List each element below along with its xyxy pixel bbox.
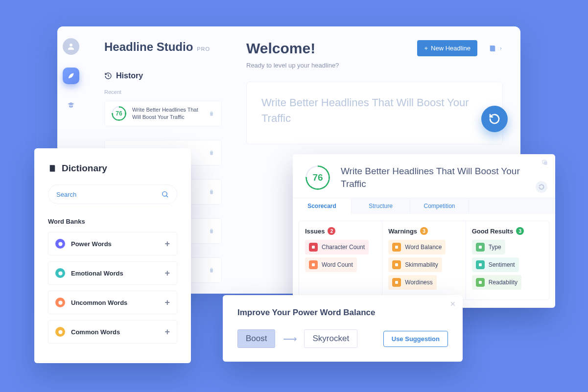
copy-icon[interactable] bbox=[541, 159, 548, 166]
search-icon bbox=[161, 190, 169, 198]
word-bank-label: Power Words bbox=[71, 240, 112, 248]
book-icon bbox=[488, 44, 497, 53]
refresh-icon bbox=[489, 113, 500, 125]
warnings-column: Warnings 3 Word BalanceSkimmabilityWordi… bbox=[382, 221, 465, 300]
word-bank-item[interactable]: Power Words+ bbox=[48, 232, 177, 255]
scorecard-score: 76 bbox=[306, 165, 330, 190]
result-chip[interactable]: Word Count bbox=[305, 257, 357, 272]
chip-label: Character Count bbox=[322, 244, 365, 251]
svg-point-4 bbox=[58, 271, 62, 275]
word-bank-icon bbox=[55, 239, 65, 249]
chip-label: Sentiment bbox=[489, 261, 515, 268]
issues-heading: Issues 2 bbox=[305, 227, 376, 235]
refresh-button[interactable] bbox=[481, 106, 508, 132]
trash-icon[interactable] bbox=[209, 267, 214, 273]
chip-label: Word Count bbox=[322, 261, 353, 268]
word-bank-item[interactable]: Emotional Words+ bbox=[48, 261, 177, 285]
search-input[interactable] bbox=[56, 191, 161, 198]
user-icon bbox=[67, 42, 75, 51]
svg-rect-7 bbox=[544, 161, 547, 165]
search-field[interactable] bbox=[48, 184, 177, 204]
trash-icon[interactable] bbox=[209, 228, 214, 234]
svg-rect-9 bbox=[312, 246, 315, 249]
chip-icon bbox=[392, 260, 401, 269]
history-item[interactable]: 76 Write Better Headlines That Will Boos… bbox=[104, 101, 222, 126]
svg-rect-14 bbox=[479, 246, 482, 249]
chip-icon bbox=[309, 260, 318, 269]
word-bank-label: Uncommon Words bbox=[71, 299, 127, 306]
chip-icon bbox=[392, 278, 401, 287]
trash-icon[interactable] bbox=[209, 150, 214, 156]
chip-label: Wordiness bbox=[405, 279, 432, 286]
chip-icon bbox=[476, 278, 485, 287]
dictionary-title: Dictionary bbox=[62, 163, 107, 174]
use-suggestion-button[interactable]: Use Suggestion bbox=[383, 331, 448, 347]
good-heading: Good Results 3 bbox=[472, 227, 543, 235]
nav-write[interactable] bbox=[63, 68, 79, 84]
suggestion-row: Boost ⟶ Skyrocket Use Suggestion bbox=[237, 329, 448, 348]
issues-column: Issues 2 Character CountWord Count bbox=[299, 221, 382, 300]
chip-icon bbox=[309, 243, 318, 252]
result-chip[interactable]: Word Balance bbox=[388, 240, 446, 254]
close-icon[interactable]: ✕ bbox=[450, 300, 456, 308]
chevron-right-icon bbox=[499, 46, 503, 51]
result-chip[interactable]: Character Count bbox=[305, 240, 369, 254]
avatar[interactable] bbox=[63, 38, 79, 55]
new-headline-button[interactable]: + New Headline bbox=[417, 40, 477, 56]
headline-text: Write Better Headlines That Will Boost Y… bbox=[261, 95, 488, 126]
nav-learn[interactable] bbox=[63, 97, 79, 114]
recent-label: Recent bbox=[104, 89, 222, 95]
tab-competition[interactable]: Competition bbox=[410, 198, 469, 214]
book-icon bbox=[48, 164, 57, 173]
issues-count: 2 bbox=[328, 227, 335, 235]
word-bank-icon bbox=[55, 327, 65, 337]
plus-icon: + bbox=[424, 45, 428, 52]
svg-line-2 bbox=[166, 196, 168, 197]
welcome-subtitle: Ready to level up your headline? bbox=[246, 62, 503, 69]
word-bank-label: Common Words bbox=[71, 328, 120, 336]
history-icon bbox=[104, 72, 112, 80]
word-banks-heading: Word Banks bbox=[48, 218, 177, 225]
docs-button[interactable] bbox=[488, 44, 503, 53]
word-bank-icon bbox=[55, 298, 65, 307]
result-chip[interactable]: Wordiness bbox=[388, 275, 436, 290]
result-chip[interactable]: Readability bbox=[472, 275, 521, 290]
tab-spacer bbox=[469, 198, 555, 214]
result-chip[interactable]: Type bbox=[472, 240, 505, 254]
result-chip[interactable]: Skimmability bbox=[388, 257, 442, 272]
top-actions: + New Headline bbox=[417, 40, 503, 56]
app-title: Headline Studio bbox=[104, 40, 193, 54]
tab-scorecard[interactable]: Scorecard bbox=[293, 198, 352, 214]
chip-label: Type bbox=[489, 244, 501, 251]
headline-editor[interactable]: Write Better Headlines That Will Boost Y… bbox=[246, 82, 503, 144]
tab-structure[interactable]: Structure bbox=[352, 198, 410, 214]
chip-label: Skimmability bbox=[405, 261, 438, 268]
word-bank-item[interactable]: Common Words+ bbox=[48, 320, 177, 344]
scorecard-panel: 76 Write Better Headlines That Will Boos… bbox=[293, 154, 555, 308]
warnings-title: Warnings bbox=[388, 228, 417, 235]
graduation-cap-icon bbox=[67, 101, 75, 109]
svg-rect-15 bbox=[479, 263, 482, 266]
dictionary-heading: Dictionary bbox=[48, 163, 177, 174]
suggestion-from-word: Boost bbox=[237, 329, 275, 348]
chip-label: Readability bbox=[489, 279, 517, 286]
chip-icon bbox=[476, 243, 485, 252]
svg-point-6 bbox=[58, 330, 62, 334]
chip-label: Word Balance bbox=[405, 244, 442, 251]
history-score: 76 bbox=[112, 106, 126, 121]
scorecard-tabs: Scorecard Structure Competition bbox=[293, 198, 555, 214]
scorecard-headline: Write Better Headlines That Will Boost Y… bbox=[341, 165, 542, 190]
svg-point-1 bbox=[163, 192, 167, 196]
good-title: Good Results bbox=[472, 228, 514, 235]
trash-icon[interactable] bbox=[209, 111, 214, 116]
warnings-heading: Warnings 3 bbox=[388, 227, 459, 235]
trash-icon[interactable] bbox=[209, 189, 214, 195]
collapse-button[interactable] bbox=[536, 181, 547, 193]
result-chip[interactable]: Sentiment bbox=[472, 257, 519, 272]
chip-icon bbox=[476, 260, 485, 269]
word-bank-icon bbox=[55, 268, 65, 278]
word-bank-item[interactable]: Uncommon Words+ bbox=[48, 291, 177, 314]
history-item-text: Write Better Headlines That Will Boost Y… bbox=[132, 106, 203, 121]
feather-icon bbox=[67, 72, 75, 80]
svg-rect-12 bbox=[395, 263, 398, 266]
